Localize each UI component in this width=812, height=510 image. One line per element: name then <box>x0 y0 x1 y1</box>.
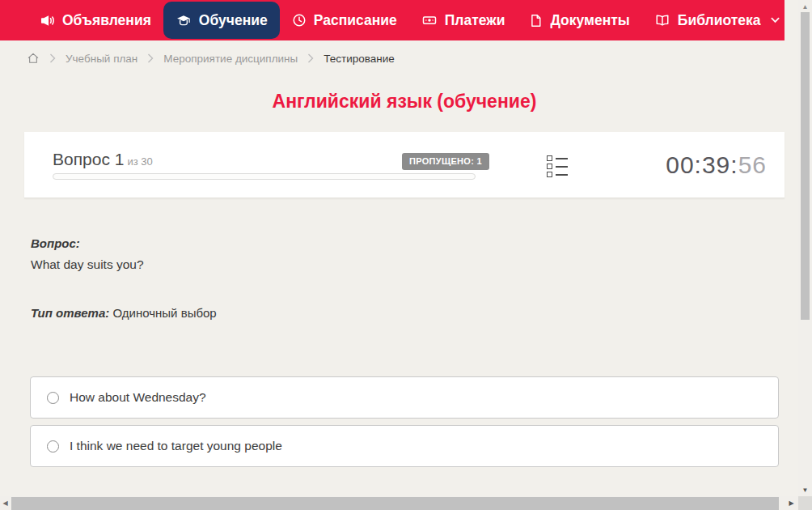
nav-item-label: Объявления <box>62 12 151 29</box>
answer-option-label: I think we need to target young people <box>70 439 282 453</box>
scroll-left-icon[interactable]: ◀ <box>0 496 11 510</box>
nav-item-label: Документы <box>550 12 629 29</box>
answer-option-label: How about Wednesday? <box>70 390 206 405</box>
question-counter: Вопрос 1из 30 <box>53 150 153 169</box>
answer-option-2[interactable]: I think we need to target young people <box>30 425 779 467</box>
scroll-right-icon[interactable]: ▶ <box>786 496 797 510</box>
nav-item-library[interactable]: Библиотека <box>642 0 793 40</box>
radio-button[interactable] <box>47 392 59 404</box>
breadcrumb-testing: Тестирование <box>324 53 395 65</box>
chevron-right-icon <box>49 53 56 63</box>
book-icon <box>654 13 670 28</box>
vertical-scrollbar-thumb[interactable] <box>801 12 810 320</box>
nav-item-payments[interactable]: Платежи <box>409 0 518 40</box>
quiz-page: Объявления Обучение Расписание Платежи Д… <box>0 0 812 510</box>
answer-option-1[interactable]: How about Wednesday? <box>30 376 779 419</box>
timer-main: 00:39: <box>666 151 738 178</box>
nav-item-learning[interactable]: Обучение <box>163 2 280 39</box>
quiz-header-panel: Вопрос 1из 30 ПРОПУЩЕНО: 1 00:39:56 <box>24 132 785 198</box>
chevron-right-icon <box>307 53 314 63</box>
question-heading: Вопрос: <box>31 236 80 250</box>
banknote-icon <box>421 13 438 28</box>
scrollbar-corner <box>798 496 812 510</box>
nav-item-label: Расписание <box>314 12 397 29</box>
timer-seconds: 56 <box>738 151 767 178</box>
chevron-down-icon <box>771 17 780 23</box>
vertical-scrollbar[interactable]: ▲ ▼ <box>798 0 812 496</box>
answer-type-label: Тип ответа: <box>31 306 109 320</box>
scroll-up-icon[interactable]: ▲ <box>798 1 812 12</box>
question-total: из 30 <box>127 155 152 168</box>
answer-type-value: Одиночный выбор <box>112 306 216 320</box>
nav-item-label: Платежи <box>445 12 505 29</box>
question-list-icon[interactable] <box>547 155 568 177</box>
nav-item-documents[interactable]: Документы <box>517 0 641 40</box>
megaphone-icon <box>40 13 55 28</box>
nav-item-label: Библиотека <box>678 12 761 29</box>
question-number: Вопрос 1 <box>53 150 124 168</box>
clock-icon <box>292 13 307 28</box>
breadcrumb-curriculum[interactable]: Учебный план <box>66 53 137 65</box>
breadcrumb: Учебный план Мероприятие дисциплины Тест… <box>27 49 395 67</box>
nav-item-schedule[interactable]: Расписание <box>280 0 409 40</box>
nav-item-announcements[interactable]: Объявления <box>27 0 163 40</box>
progress-bar <box>53 173 476 180</box>
question-text: What day suits you? <box>31 257 144 272</box>
document-icon <box>529 13 543 28</box>
top-nav: Объявления Обучение Расписание Платежи Д… <box>0 0 785 40</box>
horizontal-scrollbar-thumb[interactable] <box>11 497 779 510</box>
page-title: Английский язык (обучение) <box>0 91 809 113</box>
breadcrumb-discipline-event[interactable]: Мероприятие дисциплины <box>163 53 298 65</box>
scroll-down-icon[interactable]: ▼ <box>798 484 812 495</box>
skipped-badge: ПРОПУЩЕНО: 1 <box>402 153 489 170</box>
home-icon[interactable] <box>27 52 40 65</box>
nav-item-label: Обучение <box>199 12 268 29</box>
graduation-cap-icon <box>176 13 192 28</box>
answer-type: Тип ответа: Одиночный выбор <box>31 306 217 320</box>
countdown-timer: 00:39:56 <box>666 151 767 179</box>
chevron-right-icon <box>147 53 154 63</box>
horizontal-scrollbar[interactable]: ◀ ▶ <box>0 496 798 510</box>
radio-button[interactable] <box>47 440 59 453</box>
